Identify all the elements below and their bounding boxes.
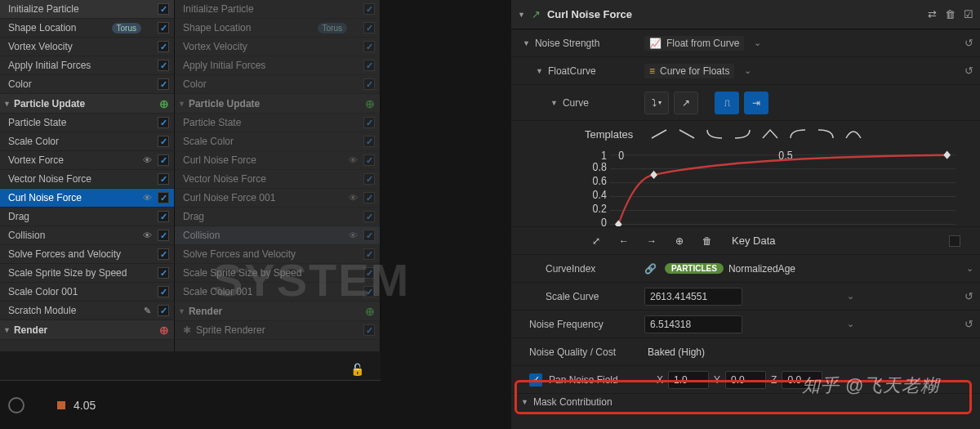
module-checkbox[interactable]: ✓ (363, 324, 375, 336)
visibility-icon[interactable]: 👁 (347, 193, 359, 203)
module-checkbox[interactable]: ✓ (363, 192, 375, 203)
visibility-icon[interactable]: 👁 (347, 230, 359, 240)
module-checkbox[interactable]: ✓ (158, 3, 169, 15)
module-checkbox[interactable]: ✓ (363, 286, 375, 297)
module-row[interactable]: Shape LocationTorus✓ (0, 19, 174, 38)
pan-noise-y-input[interactable]: 0.0 (725, 371, 766, 389)
module-checkbox[interactable]: ✓ (158, 173, 169, 185)
trash-icon[interactable]: 🗑 (945, 8, 956, 20)
module-row[interactable]: Scale Color 001✓ (175, 283, 380, 302)
template-bell[interactable] (840, 124, 866, 144)
module-row[interactable]: Collision👁✓ (0, 226, 174, 245)
goto-icon[interactable]: ↗ (532, 8, 541, 20)
module-row[interactable]: Shape LocationTorus✓ (175, 19, 380, 38)
module-row[interactable]: Scale Sprite Size by Speed✓ (0, 264, 174, 283)
expand-icon[interactable]: ▼ (536, 67, 543, 75)
module-checkbox[interactable]: ✓ (158, 60, 169, 71)
module-checkbox[interactable]: ✓ (158, 41, 169, 52)
module-checkbox[interactable]: ✓ (158, 267, 169, 279)
dropdown-icon[interactable]: ⌄ (847, 319, 854, 329)
module-checkbox[interactable]: ✓ (158, 230, 169, 241)
value-float-from-curve[interactable]: 📈 Float from Curve (644, 36, 744, 51)
dropdown-icon[interactable]: ⌄ (966, 263, 973, 274)
template-ease-in-up[interactable] (729, 124, 755, 144)
visibility-icon[interactable]: 👁 (141, 230, 153, 240)
module-row[interactable]: Particle State✓ (175, 114, 380, 132)
module-row[interactable]: Drag✓ (175, 208, 380, 226)
module-checkbox[interactable]: ✓ (158, 286, 169, 297)
pan-noise-checkbox[interactable]: ✓ (529, 373, 542, 387)
module-row[interactable]: Curl Noise Force👁✓ (175, 151, 380, 170)
particles-pill[interactable]: PARTICLES (665, 263, 724, 274)
module-group-header[interactable]: ▼Particle Update⊕ (0, 94, 174, 114)
module-row[interactable]: Vortex Force👁✓ (0, 151, 174, 170)
module-row[interactable]: Curl Noise Force 001👁✓ (175, 189, 380, 208)
pan-noise-z-input[interactable]: 0.0 (782, 371, 822, 389)
collapse-icon[interactable]: ▼ (3, 326, 11, 334)
prev-key-icon[interactable]: ← (612, 231, 635, 251)
dropdown-icon[interactable]: ⌄ (754, 38, 761, 48)
module-checkbox[interactable]: ✓ (363, 22, 375, 34)
module-group-header[interactable]: ▼Render⊕ (0, 320, 174, 340)
visibility-icon[interactable]: 👁 (141, 193, 153, 203)
module-checkbox[interactable]: ✓ (158, 211, 169, 222)
expand-icon[interactable]: ▼ (521, 398, 528, 406)
module-checkbox[interactable]: ✓ (158, 136, 169, 147)
module-row[interactable]: Initialize Particle✓ (175, 0, 380, 19)
module-row[interactable]: Solve Forces and Velocity✓ (175, 245, 380, 264)
reset-icon[interactable]: ↺ (958, 65, 973, 77)
expand-icon[interactable]: ▼ (550, 99, 558, 107)
next-key-icon[interactable]: → (640, 231, 663, 251)
add-key-icon[interactable]: ⊕ (668, 231, 691, 251)
collapse-icon[interactable]: ▼ (518, 11, 525, 19)
module-row[interactable]: Scale Sprite Size by Speed✓ (175, 264, 380, 283)
module-checkbox[interactable]: ✓ (158, 248, 169, 260)
module-row[interactable]: Vector Noise Force✓ (175, 170, 380, 189)
module-group-header[interactable]: ▼Particle Update⊕ (175, 94, 380, 114)
curve-mode-b-button[interactable]: ⇥ (744, 92, 768, 114)
reset-icon[interactable]: ↺ (958, 290, 973, 302)
reset-icon[interactable]: ↺ (958, 37, 973, 49)
dropdown-icon[interactable]: ⌄ (847, 291, 854, 302)
curve-export-button[interactable]: ↗ (674, 92, 698, 114)
module-row[interactable]: Scale Color✓ (0, 132, 174, 151)
module-row[interactable]: Color✓ (0, 75, 174, 94)
module-checkbox[interactable]: ✓ (363, 154, 375, 166)
template-linear-up[interactable] (646, 124, 672, 144)
pan-noise-x-input[interactable]: 1.0 (668, 371, 709, 389)
template-ease-down[interactable] (813, 124, 839, 144)
module-checkbox[interactable]: ✓ (158, 78, 169, 90)
add-module-icon[interactable]: ⊕ (365, 305, 375, 318)
module-checkbox[interactable]: ✓ (158, 117, 169, 128)
module-row[interactable]: Vortex Velocity✓ (175, 38, 380, 56)
module-checkbox[interactable]: ✓ (363, 211, 375, 222)
scale-curve-input[interactable]: 2613.414551 (644, 288, 742, 306)
noise-quality-value[interactable]: Baked (High) (644, 346, 705, 358)
module-checkbox[interactable]: ✓ (158, 22, 169, 34)
module-checkbox[interactable]: ✓ (363, 117, 375, 128)
lock-icon[interactable]: 🔓 (350, 363, 364, 376)
expand-icon[interactable]: ▼ (523, 39, 530, 47)
noise-frequency-input[interactable]: 6.514318 (644, 315, 742, 333)
collapse-icon[interactable]: ▼ (178, 307, 185, 315)
delete-key-icon[interactable]: 🗑 (696, 231, 719, 251)
module-checkbox[interactable]: ✓ (158, 192, 169, 203)
key-data-checkbox[interactable] (949, 235, 960, 247)
add-module-icon[interactable]: ⊕ (159, 97, 169, 110)
module-row[interactable]: Particle State✓ (0, 114, 174, 132)
module-row[interactable]: Vortex Velocity✓ (0, 38, 174, 56)
template-linear-down[interactable] (674, 124, 700, 144)
module-row[interactable]: Apply Initial Forces✓ (0, 56, 174, 75)
template-ease-up[interactable] (785, 124, 811, 144)
template-ease-out-down[interactable] (702, 124, 728, 144)
module-checkbox[interactable]: ✓ (363, 3, 375, 15)
module-checkbox[interactable]: ✓ (363, 60, 375, 71)
module-row[interactable]: ✱Sprite Renderer✓ (175, 321, 380, 340)
module-checkbox[interactable]: ✓ (363, 267, 375, 279)
module-group-header[interactable]: ▼Render⊕ (175, 302, 380, 321)
collapse-icon[interactable]: ▼ (3, 100, 11, 108)
module-row[interactable]: Drag✓ (0, 208, 174, 226)
module-checkbox[interactable]: ✓ (158, 154, 169, 166)
module-checkbox[interactable]: ✓ (363, 230, 375, 241)
add-module-icon[interactable]: ⊕ (365, 97, 375, 110)
